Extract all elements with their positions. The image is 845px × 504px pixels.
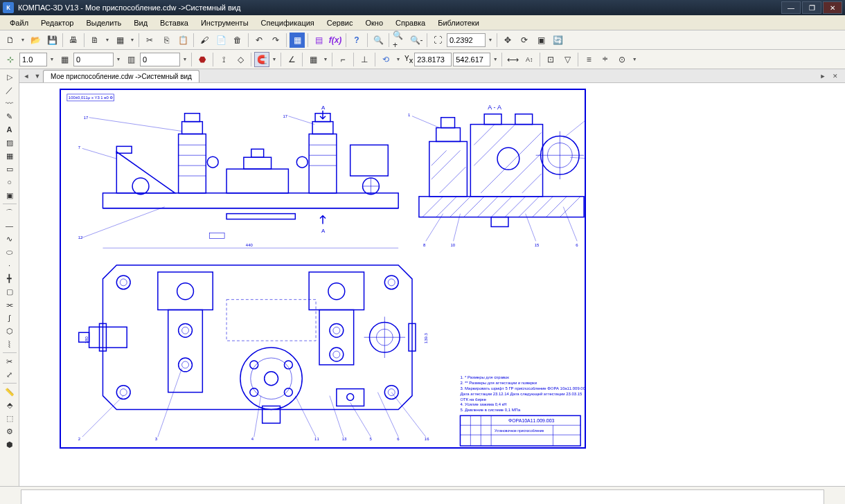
contour-icon[interactable]: ⬡ — [2, 325, 17, 337]
layer-icon-1[interactable]: ▦ — [57, 52, 72, 67]
tab-dropdown-icon[interactable]: ▼ — [32, 71, 43, 82]
rect2-icon[interactable]: ▢ — [2, 285, 17, 298]
stop-icon[interactable]: ⬣ — [195, 52, 210, 67]
clear-icon[interactable]: 🗑 — [230, 33, 245, 48]
link-icon[interactable]: ⫘ — [2, 298, 17, 311]
print-icon[interactable]: 🖶 — [66, 33, 81, 48]
surface-icon[interactable]: ⬘ — [2, 399, 17, 411]
menu-file[interactable]: Файл — [4, 17, 34, 28]
new-dropdown[interactable]: ▼ — [19, 33, 26, 48]
measure-icon[interactable]: 📏 — [2, 386, 17, 398]
tab-next-icon[interactable]: ► — [817, 71, 828, 82]
menu-insert[interactable]: Вставка — [154, 17, 194, 28]
polyline-icon[interactable]: 〰 — [2, 97, 17, 109]
align-left-icon[interactable]: ≡ — [581, 52, 596, 67]
text-icon[interactable]: А — [2, 123, 17, 136]
scale-input[interactable] — [19, 53, 47, 66]
layer-icon-2[interactable]: ▥ — [123, 52, 139, 67]
new-icon[interactable]: 🗋 — [3, 33, 18, 48]
snap-mid-icon[interactable]: ◇ — [233, 52, 248, 67]
assembly-icon[interactable]: ⬢ — [2, 438, 17, 451]
arc-icon[interactable]: ⌒ — [2, 206, 17, 219]
managers-icon[interactable]: ▦ — [290, 33, 305, 48]
coord-x-input[interactable] — [414, 53, 452, 66]
preview-icon[interactable]: 🗎 — [87, 33, 103, 48]
dim-input[interactable] — [140, 53, 180, 66]
extend-icon[interactable]: ⤢ — [2, 368, 17, 381]
redraw-icon[interactable]: 🔄 — [550, 33, 565, 48]
menu-view[interactable]: Вид — [128, 17, 153, 28]
block-icon[interactable]: ⬚ — [2, 412, 17, 424]
line-icon[interactable]: ／ — [2, 84, 17, 96]
coord-y-input[interactable] — [453, 53, 490, 66]
edit-icon[interactable]: ✎ — [2, 110, 17, 123]
dim-vert-icon[interactable]: A↕ — [522, 52, 537, 67]
lcs-icon[interactable]: ⌐ — [335, 52, 350, 67]
menu-spec[interactable]: Спецификация — [256, 17, 320, 28]
round-icon[interactable]: ⟲ — [378, 52, 393, 67]
rect-icon[interactable]: ▭ — [2, 163, 17, 175]
datum-icon[interactable]: ▽ — [560, 52, 575, 67]
undo-icon[interactable]: ↶ — [251, 33, 267, 48]
hatch-icon[interactable]: ▨ — [2, 136, 17, 149]
table-icon[interactable]: ▦ — [2, 150, 17, 162]
properties-icon[interactable]: ▦ — [112, 33, 127, 48]
function-icon[interactable]: f(x) — [328, 33, 343, 48]
snap-toggle-icon[interactable]: 🧲 — [254, 52, 269, 67]
document-tab[interactable]: Мое приспособление.cdw ->Системный вид — [43, 70, 199, 82]
zoom-in-icon[interactable]: 🔍+ — [392, 33, 407, 48]
trim-icon[interactable]: ✂ — [2, 355, 17, 368]
ortho-icon[interactable]: ⊹ — [3, 52, 18, 67]
ellipse-icon[interactable]: ⬭ — [2, 246, 17, 258]
tab-close-icon[interactable]: ✕ — [830, 71, 841, 82]
cut-icon[interactable]: ✂ — [142, 33, 157, 48]
bezier-icon[interactable]: ∫ — [2, 312, 17, 324]
align-center-icon[interactable]: ⊙ — [614, 52, 630, 67]
paste-icon[interactable]: 📋 — [175, 33, 190, 48]
maximize-button[interactable]: ❐ — [802, 1, 821, 14]
menu-window[interactable]: Окно — [359, 17, 389, 28]
axis-icon[interactable]: ╋ — [2, 272, 17, 285]
menu-editor[interactable]: Редактор — [35, 17, 79, 28]
frame-icon[interactable]: ▣ — [533, 33, 549, 48]
open-icon[interactable]: 📂 — [28, 33, 43, 48]
cursor-icon[interactable]: ▷ — [2, 71, 17, 83]
grid-icon[interactable]: ▦ — [305, 52, 321, 67]
segment-icon[interactable]: — — [2, 219, 17, 232]
circle-icon[interactable]: ○ — [2, 176, 17, 188]
refresh-icon[interactable]: ⟳ — [517, 33, 532, 48]
menu-service[interactable]: Сервис — [321, 17, 359, 28]
menu-help[interactable]: Справка — [390, 17, 431, 28]
zoom-input[interactable] — [447, 33, 486, 47]
menu-libs[interactable]: Библиотеки — [432, 17, 485, 28]
help-icon[interactable]: ? — [349, 33, 364, 48]
tol-icon[interactable]: ⊡ — [543, 52, 558, 67]
variables-icon[interactable]: ▤ — [311, 33, 326, 48]
group-icon[interactable]: ▣ — [2, 189, 17, 201]
format-icon[interactable]: 📄 — [213, 33, 229, 48]
zoom-window-icon[interactable]: 🔍 — [371, 33, 386, 48]
pan-icon[interactable]: ✥ — [500, 33, 515, 48]
zoom-out-icon[interactable]: 🔍- — [409, 33, 424, 48]
tab-prev-icon[interactable]: ◄ — [21, 71, 32, 82]
save-icon[interactable]: 💾 — [44, 33, 60, 48]
point-icon[interactable]: · — [2, 259, 17, 271]
copy-icon[interactable]: ⎘ — [159, 33, 174, 48]
params-icon[interactable]: ⚙ — [2, 425, 17, 438]
angle-icon[interactable]: ∠ — [284, 52, 299, 67]
spline-icon[interactable]: ∿ — [2, 233, 17, 245]
zoom-fit-icon[interactable]: ⛶ — [430, 33, 445, 48]
break-icon[interactable]: ⦚ — [2, 338, 17, 350]
drawing-canvas[interactable]: 100±0,011μ x Y3 1 e0 Ф — [19, 83, 845, 486]
layer-input[interactable] — [73, 53, 114, 66]
redo-icon[interactable]: ↷ — [268, 33, 283, 48]
align-dist-icon[interactable]: ⫩ — [598, 52, 613, 67]
brush-icon[interactable]: 🖌 — [197, 33, 212, 48]
snap-end-icon[interactable]: ⟟ — [216, 52, 231, 67]
menu-select[interactable]: Выделить — [80, 17, 127, 28]
menu-tools[interactable]: Инструменты — [195, 17, 254, 28]
minimize-button[interactable]: — — [781, 1, 801, 14]
close-button[interactable]: ✕ — [823, 1, 842, 14]
dim-linear-icon[interactable]: ⟷ — [505, 52, 520, 67]
perp-icon[interactable]: ⊥ — [357, 52, 372, 67]
